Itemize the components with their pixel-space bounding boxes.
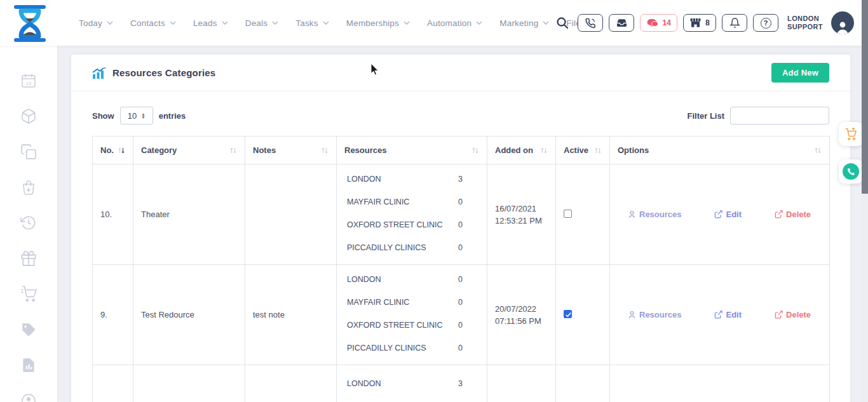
page-title: Resources Categories xyxy=(112,67,215,78)
select-arrows-icon: ▲▼ xyxy=(141,112,145,119)
cell-options: Resources Edit Delete xyxy=(610,164,830,265)
user-name: LONDON SUPPORT xyxy=(787,15,823,31)
svg-text:12: 12 xyxy=(26,81,32,86)
cell-resources: LONDON3 MAYFAIR CLINIC0 xyxy=(337,365,487,402)
resources-link[interactable]: Resources xyxy=(628,210,681,219)
sidebar-bag-checkin-icon[interactable] xyxy=(20,179,37,196)
column-header-category[interactable]: Category xyxy=(133,137,245,164)
cell-active xyxy=(556,365,610,402)
edit-link[interactable]: Edit xyxy=(714,210,742,219)
chevron-down-icon xyxy=(543,21,549,25)
sidebar-account-icon[interactable] xyxy=(20,392,37,402)
active-checkbox[interactable] xyxy=(564,310,572,318)
storefront-icon xyxy=(689,18,702,28)
cell-category xyxy=(133,365,245,402)
chevron-down-icon xyxy=(323,21,329,25)
inbox-button[interactable] xyxy=(609,14,634,32)
filter-list-label: Filter List xyxy=(687,111,724,121)
menu-item-memberships[interactable]: Memberships xyxy=(346,18,410,28)
edit-icon xyxy=(714,210,722,218)
chevron-down-icon xyxy=(403,21,410,25)
cell-no: 10. xyxy=(93,164,133,265)
cell-notes xyxy=(245,164,337,265)
sort-icon xyxy=(229,147,237,154)
page-size-select[interactable]: 10 ▲▼ xyxy=(120,107,153,124)
sort-icon xyxy=(471,147,479,154)
user-avatar[interactable] xyxy=(831,11,854,34)
chat-count-badge: 14 xyxy=(662,18,671,27)
sidebar-cart-icon[interactable] xyxy=(20,286,37,302)
edit-link[interactable]: Edit xyxy=(714,310,742,319)
sidebar-gift-icon[interactable] xyxy=(20,250,37,267)
column-header-resources[interactable]: Resources xyxy=(337,137,487,164)
menu-item-leads[interactable]: Leads xyxy=(193,18,228,28)
phone-calls-button[interactable] xyxy=(578,14,603,32)
column-header-options[interactable]: Options xyxy=(610,137,830,164)
cell-added-on: 16/07/2021 12:53:21 PM xyxy=(487,164,556,265)
filter-list-input[interactable] xyxy=(730,107,829,124)
column-header-added-on[interactable]: Added on xyxy=(487,137,556,164)
phone-icon xyxy=(585,18,596,29)
sidebar-package-icon[interactable] xyxy=(20,108,37,124)
scrollbar-thumb[interactable] xyxy=(862,0,868,194)
search-button[interactable] xyxy=(556,17,569,29)
vertical-scrollbar xyxy=(862,0,868,402)
person-icon xyxy=(628,210,636,218)
edit-icon xyxy=(775,311,783,319)
cell-added-on xyxy=(487,365,556,402)
card-header: Resources Categories Add New xyxy=(71,55,850,91)
help-button[interactable]: ? xyxy=(753,14,778,32)
column-header-no[interactable]: No. xyxy=(93,137,133,164)
column-header-active[interactable]: Active xyxy=(556,137,610,164)
cart-icon xyxy=(844,128,858,140)
floating-cart-button[interactable] xyxy=(839,122,863,146)
table-controls: Show 10 ▲▼ entries Filter List xyxy=(92,107,829,124)
store-count-badge: 8 xyxy=(705,18,710,27)
delete-link[interactable]: Delete xyxy=(775,310,811,319)
chart-growth-icon xyxy=(92,67,105,79)
cell-active xyxy=(556,164,610,265)
delete-link[interactable]: Delete xyxy=(775,210,811,219)
resources-link[interactable]: Resources xyxy=(628,310,681,319)
cell-options: Resources Edit Delete xyxy=(610,265,830,365)
sort-icon xyxy=(321,147,329,154)
table-row: 9. Test Redource test note LONDON0 MAYFA… xyxy=(93,265,830,365)
sort-icon xyxy=(594,147,602,154)
store-button[interactable]: 8 xyxy=(683,14,716,32)
table-row: 10. Theater LONDON3 MAYFAIR CLINIC0 OXFO… xyxy=(93,164,830,265)
sort-icon xyxy=(814,147,822,154)
sidebar-history-icon[interactable] xyxy=(20,215,37,231)
sidebar-copy-icon[interactable] xyxy=(20,144,37,160)
sidebar-coupon-icon[interactable] xyxy=(20,321,37,338)
search-icon xyxy=(556,17,569,29)
sort-icon xyxy=(540,147,548,154)
chevron-down-icon xyxy=(272,21,278,25)
edit-icon xyxy=(714,311,722,319)
entries-label: entries xyxy=(159,111,186,121)
menu-item-tasks[interactable]: Tasks xyxy=(295,18,329,28)
cell-resources: LONDON3 MAYFAIR CLINIC0 OXFORD STREET CL… xyxy=(337,164,487,265)
resources-categories-table: No. Category Notes Resources xyxy=(92,136,830,402)
table-header-row: No. Category Notes Resources xyxy=(93,137,830,164)
chevron-down-icon xyxy=(222,21,228,25)
left-sidebar: 12 xyxy=(0,46,57,402)
notifications-button[interactable] xyxy=(722,14,747,32)
column-header-notes[interactable]: Notes xyxy=(245,137,337,164)
menu-item-contacts[interactable]: Contacts xyxy=(130,18,176,28)
show-label: Show xyxy=(92,111,114,121)
main-content: Resources Categories Add New Show 10 ▲▼ … xyxy=(57,46,868,402)
navbar-right-cluster: 14 8 ? LONDON SUPPORT xyxy=(556,0,854,46)
sidebar-calendar-icon[interactable]: 12 xyxy=(20,72,37,89)
add-new-button[interactable]: Add New xyxy=(771,63,829,83)
cell-active xyxy=(556,265,610,365)
menu-item-today[interactable]: Today xyxy=(79,18,113,28)
floating-phone-button[interactable] xyxy=(839,159,863,184)
sidebar-report-icon[interactable] xyxy=(20,357,37,373)
menu-item-automation[interactable]: Automation xyxy=(427,18,482,28)
chat-messages-button[interactable]: 14 xyxy=(640,14,677,32)
chevron-down-icon xyxy=(170,21,176,25)
menu-item-deals[interactable]: Deals xyxy=(245,18,279,28)
active-checkbox[interactable] xyxy=(564,210,572,218)
menu-item-marketing[interactable]: Marketing xyxy=(499,18,549,28)
app-logo-hourglass-icon[interactable] xyxy=(13,5,47,42)
